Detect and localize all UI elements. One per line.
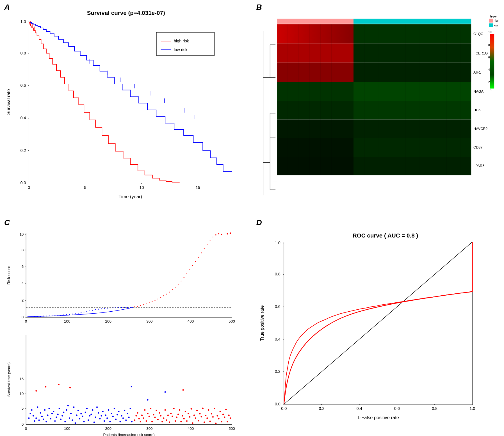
- svg-point-205: [189, 416, 190, 418]
- svg-point-162: [35, 390, 37, 392]
- svg-point-64: [163, 295, 164, 296]
- svg-point-66: [169, 292, 170, 293]
- color-scale-0: 0: [490, 88, 491, 92]
- heatmap-hck-low: [354, 101, 471, 119]
- svg-point-28: [58, 315, 58, 316]
- svg-point-129: [85, 412, 86, 413]
- legend-low-box: [489, 23, 493, 27]
- svg-point-154: [121, 415, 122, 417]
- svg-point-126: [80, 413, 82, 414]
- svg-point-32: [69, 314, 70, 315]
- panel-b: B: [252, 0, 504, 215]
- surv-y-label: Survival time (years): [7, 362, 11, 397]
- main-grid: A Survival curve (p=4.031e-07) 0.0 0.2 0…: [0, 0, 504, 436]
- svg-point-115: [64, 421, 66, 422]
- svg-point-127: [82, 416, 83, 417]
- svg-point-120: [72, 419, 73, 421]
- svg-point-210: [196, 410, 198, 411]
- color-scale-bar: [490, 34, 494, 88]
- roc-x-0.0: 0.0: [281, 407, 287, 411]
- svg-point-38: [86, 311, 87, 312]
- svg-point-18: [28, 317, 29, 318]
- svg-point-82: [215, 234, 216, 236]
- y-tick-0.4: 0.4: [20, 116, 26, 120]
- risk-y-0: 0: [22, 315, 24, 319]
- svg-point-95: [35, 417, 37, 419]
- svg-point-77: [201, 253, 202, 254]
- svg-point-31: [66, 314, 67, 315]
- y-axis-label-a: Survival rate: [6, 89, 11, 115]
- x-tick-10: 10: [139, 185, 144, 190]
- svg-point-25: [49, 316, 50, 316]
- svg-point-34: [75, 313, 76, 314]
- surv-y-15: 15: [19, 377, 24, 381]
- svg-point-125: [79, 418, 80, 419]
- svg-point-167: [134, 419, 135, 421]
- svg-point-233: [230, 417, 231, 419]
- svg-point-40: [92, 310, 93, 311]
- y-tick-1.0: 1.0: [20, 19, 26, 24]
- svg-point-223: [215, 423, 216, 424]
- svg-point-139: [99, 418, 101, 419]
- roc-y-1.0: 1.0: [275, 241, 280, 245]
- risk-x-500: 500: [229, 319, 235, 323]
- svg-point-29: [60, 315, 61, 316]
- svg-point-212: [199, 413, 200, 414]
- svg-point-235: [165, 391, 166, 393]
- svg-point-149: [114, 408, 115, 409]
- gene-label-cd37: CD37: [473, 145, 482, 149]
- svg-point-54: [134, 307, 135, 307]
- svg-point-176: [147, 413, 149, 414]
- roc-x-0.8: 0.8: [432, 407, 437, 411]
- svg-point-201: [183, 418, 185, 419]
- svg-point-33: [72, 314, 73, 314]
- low-risk-trend: [28, 307, 133, 317]
- svg-point-227: [221, 421, 222, 422]
- svg-point-225: [218, 418, 220, 419]
- svg-point-30: [63, 314, 64, 315]
- svg-point-112: [60, 419, 61, 420]
- svg-point-203: [186, 420, 188, 422]
- svg-point-187: [163, 417, 164, 419]
- heatmap-havcr2-low: [354, 120, 471, 138]
- x-tick-15: 15: [196, 185, 200, 190]
- svg-point-83: [218, 233, 219, 234]
- svg-point-101: [44, 409, 45, 411]
- svg-point-148: [112, 416, 114, 417]
- svg-point-186: [161, 421, 163, 422]
- svg-point-70: [181, 281, 181, 282]
- svg-point-26: [52, 316, 53, 316]
- svg-point-140: [101, 415, 102, 417]
- svg-point-67: [172, 289, 173, 290]
- svg-point-63: [160, 297, 161, 298]
- svg-point-163: [45, 386, 46, 387]
- svg-point-234: [147, 399, 149, 401]
- svg-point-91: [29, 413, 31, 414]
- svg-point-41: [95, 309, 96, 310]
- svg-point-220: [211, 413, 212, 414]
- surv-x-300b: 300: [146, 426, 152, 431]
- svg-point-86: [230, 232, 231, 234]
- roc-y-0.6: 0.6: [275, 304, 280, 309]
- legend-high-risk-label: high risk: [174, 39, 189, 43]
- legend-box-a: [156, 32, 214, 56]
- surv-x-500b: 500: [229, 426, 235, 431]
- svg-point-106: [51, 413, 53, 414]
- svg-point-222: [214, 408, 215, 409]
- legend-high-box: [489, 19, 493, 23]
- svg-point-58: [146, 303, 147, 304]
- svg-point-193: [172, 416, 173, 417]
- risk-x-100: 100: [64, 319, 70, 323]
- svg-point-44: [104, 308, 105, 309]
- panel-a: A Survival curve (p=4.031e-07) 0.0 0.2 0…: [0, 0, 252, 215]
- svg-point-161: [131, 421, 133, 422]
- svg-point-74: [192, 265, 193, 266]
- risk-y-6: 6: [22, 265, 24, 269]
- svg-point-194: [173, 408, 175, 409]
- svg-point-152: [118, 411, 119, 412]
- y-tick-0.6: 0.6: [20, 83, 26, 88]
- svg-point-94: [34, 420, 35, 422]
- svg-point-202: [185, 411, 186, 412]
- gene-label-hck: HCK: [473, 108, 481, 112]
- svg-point-138: [98, 412, 99, 414]
